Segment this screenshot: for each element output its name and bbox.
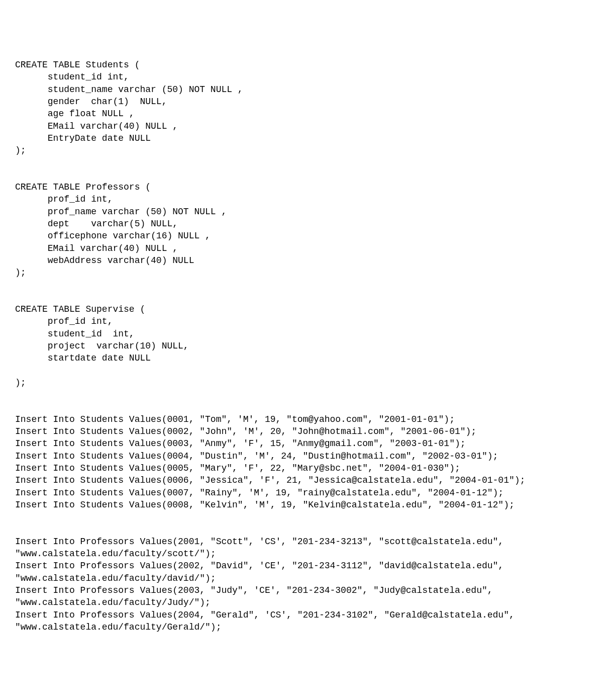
insert-students-block: Insert Into Students Values(0001, "Tom",… [15, 414, 525, 510]
create-professors-block: CREATE TABLE Professors ( prof_id int, p… [15, 182, 227, 278]
sql-document: CREATE TABLE Students ( student_id int, … [15, 59, 588, 633]
insert-professors-block: Insert Into Professors Values(2001, "Sco… [15, 537, 520, 632]
create-supervise-block: CREATE TABLE Supervise ( prof_id int, st… [15, 304, 189, 388]
create-students-block: CREATE TABLE Students ( student_id int, … [15, 60, 243, 155]
